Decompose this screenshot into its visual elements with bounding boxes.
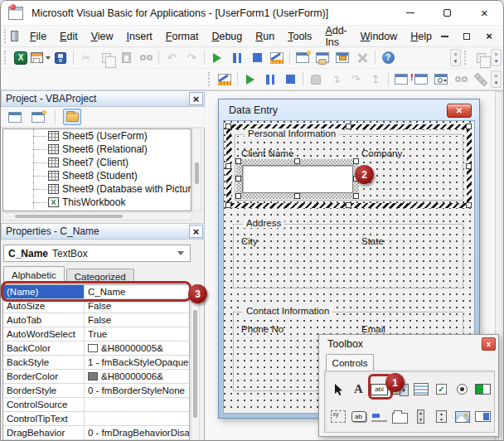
resize-handle[interactable] — [346, 124, 351, 129]
close-button[interactable]: × — [466, 1, 503, 25]
reset-button[interactable] — [280, 70, 300, 89]
userform-system-menu-icon[interactable] — [11, 31, 18, 41]
menu-format[interactable]: Format — [159, 27, 206, 46]
property-row-controltiptext[interactable]: ControlTipText — [3, 412, 189, 426]
cut-button[interactable]: ✂ — [76, 49, 96, 67]
child-close-button[interactable]: × — [483, 31, 495, 42]
menubar-grip[interactable] — [4, 29, 7, 43]
help-button[interactable]: ? — [378, 49, 398, 67]
resize-handle[interactable] — [235, 193, 241, 199]
toolbox-commandbutton-button[interactable] — [348, 403, 369, 430]
debug-toolbar-grip[interactable] — [208, 72, 212, 86]
resize-handle[interactable] — [225, 163, 231, 169]
property-row-borderstyle[interactable]: BorderStyle 0 - fmBorderStyleNone — [3, 384, 189, 398]
locals-window-button[interactable] — [391, 70, 411, 89]
menu-tools[interactable]: Tools — [281, 27, 318, 46]
quick-watch-button[interactable] — [451, 70, 471, 89]
object-selector-dropdown[interactable]: C_Name TextBox — [3, 245, 191, 262]
design-mode-button[interactable] — [215, 70, 235, 89]
paste-button[interactable] — [116, 49, 136, 67]
toolbox-multipage-button[interactable] — [390, 403, 410, 430]
project-tree-horizontal-scrollbar[interactable] — [2, 212, 192, 220]
toolbox-optionbutton-button[interactable] — [452, 376, 472, 403]
toolbox-scrollbar-button[interactable]: ▲▼ — [410, 403, 431, 430]
menu-run[interactable]: Run — [249, 27, 281, 46]
resize-handle[interactable] — [225, 124, 231, 129]
tab-alphabetic[interactable]: Alphabetic — [3, 266, 65, 284]
properties-window-button[interactable] — [313, 49, 332, 67]
toolbox-tabstrip-button[interactable] — [369, 403, 390, 430]
break-button[interactable] — [227, 49, 247, 67]
redo-button[interactable]: ↷ — [182, 49, 201, 67]
label-phone-no[interactable]: Phone No — [241, 324, 284, 334]
property-row-bordercolor[interactable]: BorderColor &H80000006& — [3, 370, 189, 384]
resize-handle[interactable] — [353, 158, 359, 164]
property-row-dragbehavior[interactable]: DragBehavior 0 - fmDragBehaviorDisab — [3, 426, 189, 440]
property-row-controlsource[interactable]: ControlSource — [3, 398, 189, 412]
resize-handle[interactable] — [346, 202, 351, 208]
toolbox-image-button[interactable] — [452, 403, 472, 430]
label-email[interactable]: Email — [361, 324, 385, 334]
tree-item-sheet5[interactable]: Sheet5 (UserForm) — [3, 129, 191, 143]
step-out-button[interactable]: ↥ — [366, 70, 385, 89]
run-sub-button[interactable] — [240, 70, 260, 89]
toolbox-spinbutton-button[interactable]: ▲▼ — [431, 403, 452, 430]
resize-handle[interactable] — [235, 176, 241, 182]
immediate-window-button[interactable]: ! — [411, 70, 431, 89]
project-tree-vertical-scrollbar[interactable] — [192, 128, 201, 211]
docked-copy-button[interactable] — [471, 49, 491, 67]
properties-panel-header[interactable]: Properties - C_Name × — [1, 223, 205, 240]
scrollbar-thumb[interactable] — [15, 215, 123, 218]
maximize-button[interactable] — [429, 1, 466, 25]
child-minimize-button[interactable] — [439, 31, 450, 42]
find-button[interactable] — [136, 49, 156, 67]
project-explorer-button[interactable] — [293, 49, 313, 67]
view-code-button[interactable] — [6, 109, 24, 125]
tree-item-sheet8[interactable]: Sheet8 (Student) — [3, 169, 191, 182]
insert-userform-button[interactable] — [31, 49, 51, 67]
run-sub-button[interactable] — [207, 49, 227, 67]
project-panel-header[interactable]: Project - VBAProject × — [1, 90, 205, 107]
toggle-breakpoint-button[interactable] — [306, 70, 326, 89]
menu-view[interactable]: View — [85, 27, 120, 46]
tree-item-thisworkbook[interactable]: XThisWorkbook — [3, 196, 191, 209]
label-company[interactable]: Company — [361, 148, 402, 158]
tab-categorized[interactable]: Categorized — [66, 269, 134, 284]
resize-handle[interactable] — [235, 158, 241, 164]
scrollbar-thumb[interactable] — [195, 162, 199, 184]
property-row-autosize[interactable]: AutoSize False — [3, 299, 189, 313]
menu-help[interactable]: Help — [404, 27, 439, 46]
tree-item-sheet9[interactable]: Sheet9 (Database with Picture — [3, 182, 191, 196]
toolbox-window[interactable]: Toolbox x Controls A ▲▼ ▲▼ — [318, 334, 499, 437]
userform-title-bar[interactable]: Data Entry — [219, 99, 479, 120]
toolbox-label-button[interactable]: A — [348, 376, 369, 403]
property-row-autotab[interactable]: AutoTab False — [3, 313, 189, 327]
resize-handle[interactable] — [466, 124, 472, 129]
label-client-name[interactable]: Client Name — [241, 148, 293, 158]
toolbox-tab-controls[interactable]: Controls — [326, 354, 374, 371]
toolbar-options-chevron[interactable]: »▾ — [491, 49, 502, 66]
watch-window-button[interactable] — [431, 70, 451, 89]
menu-edit[interactable]: Edit — [53, 27, 85, 46]
save-button[interactable] — [51, 49, 70, 67]
properties-panel-close-button[interactable]: × — [189, 225, 203, 238]
call-stack-button[interactable] — [471, 70, 491, 89]
toolbox-frame-button[interactable] — [327, 403, 348, 430]
toolbar-options-chevron[interactable]: »▾ — [491, 70, 502, 88]
resize-handle[interactable] — [225, 202, 231, 208]
tree-item-sheet7[interactable]: Sheet7 (Client) — [3, 156, 191, 169]
textbox-client-name[interactable] — [242, 165, 353, 193]
menu-file[interactable]: File — [23, 27, 53, 46]
resize-handle[interactable] — [466, 163, 472, 169]
menu-debug[interactable]: Debug — [205, 27, 249, 46]
toolbox-checkbox-button[interactable] — [431, 376, 452, 403]
properties-vertical-scrollbar[interactable] — [191, 284, 200, 441]
project-panel-close-button[interactable]: × — [189, 92, 203, 105]
label-city[interactable]: City — [241, 236, 258, 246]
resize-handle[interactable] — [466, 202, 472, 208]
standard-toolbar-grip[interactable] — [4, 51, 8, 65]
menu-insert[interactable]: Insert — [120, 27, 159, 46]
menu-window[interactable]: Window — [354, 27, 404, 46]
design-mode-button[interactable] — [267, 49, 287, 67]
toolbox-title-bar[interactable]: Toolbox — [319, 335, 498, 353]
